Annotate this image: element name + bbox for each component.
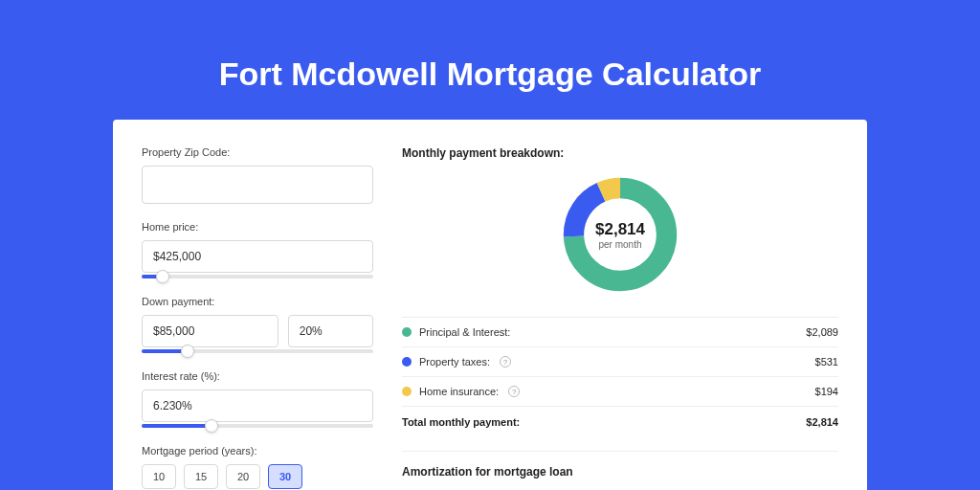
calculator-card: Property Zip Code: Home price: Down paym… <box>113 120 867 490</box>
period-group: Mortgage period (years): 10 15 20 30 <box>142 445 373 489</box>
rate-input[interactable] <box>142 390 373 422</box>
legend-amount: $2,089 <box>806 326 838 338</box>
info-icon[interactable]: ? <box>500 356 511 368</box>
donut-center: $2,814 per month <box>595 220 645 250</box>
dot-icon <box>402 357 412 367</box>
rate-slider-thumb[interactable] <box>205 419 218 433</box>
legend-label: Principal & Interest: <box>419 326 510 338</box>
zip-label: Property Zip Code: <box>142 146 373 158</box>
amortization-title: Amortization for mortgage loan <box>402 465 838 479</box>
rate-slider[interactable] <box>142 424 373 428</box>
donut-chart-wrap: $2,814 per month <box>402 173 838 296</box>
breakdown-title: Monthly payment breakdown: <box>402 146 838 160</box>
legend-principal-interest: Principal & Interest: $2,089 <box>402 317 838 346</box>
period-btn-30[interactable]: 30 <box>268 464 302 489</box>
legend-property-taxes: Property taxes: ? $531 <box>402 346 838 376</box>
form-panel: Property Zip Code: Home price: Down paym… <box>142 146 373 490</box>
rate-label: Interest rate (%): <box>142 370 373 382</box>
down-group: Down payment: <box>142 296 373 353</box>
dot-icon <box>402 387 412 396</box>
amortization-block: Amortization for mortgage loan Amortizat… <box>402 451 838 490</box>
period-label: Mortgage period (years): <box>142 445 373 457</box>
period-btn-15[interactable]: 15 <box>184 464 218 489</box>
down-label: Down payment: <box>142 296 373 307</box>
legend-amount: $531 <box>815 356 838 368</box>
info-icon[interactable]: ? <box>508 386 520 397</box>
down-slider[interactable] <box>142 349 373 353</box>
rate-group: Interest rate (%): <box>142 370 373 428</box>
down-amount-input[interactable] <box>142 315 278 347</box>
down-slider-thumb[interactable] <box>181 345 194 358</box>
price-label: Home price: <box>142 221 373 233</box>
price-slider[interactable] <box>142 275 373 278</box>
period-options: 10 15 20 30 <box>142 464 373 489</box>
price-input[interactable] <box>142 240 373 273</box>
donut-sub: per month <box>595 239 645 250</box>
down-pct-input[interactable] <box>288 315 373 347</box>
price-group: Home price: <box>142 221 373 278</box>
zip-group: Property Zip Code: <box>142 146 373 204</box>
legend-label: Home insurance: <box>419 386 499 397</box>
donut-amount: $2,814 <box>595 220 645 239</box>
page-title: Fort Mcdowell Mortgage Calculator <box>0 56 980 93</box>
period-btn-10[interactable]: 10 <box>142 464 176 489</box>
legend-label: Property taxes: <box>419 356 490 368</box>
donut-chart: $2,814 per month <box>559 173 681 296</box>
legend-amount: $194 <box>815 386 838 397</box>
legend-home-insurance: Home insurance: ? $194 <box>402 376 838 406</box>
dot-icon <box>402 327 412 337</box>
total-row: Total monthly payment: $2,814 <box>402 406 838 437</box>
total-label: Total monthly payment: <box>402 416 520 428</box>
total-amount: $2,814 <box>806 416 838 428</box>
hero: Fort Mcdowell Mortgage Calculator <box>0 0 980 93</box>
rate-slider-fill <box>142 424 212 428</box>
breakdown-panel: Monthly payment breakdown: $2,814 per mo… <box>402 146 838 490</box>
zip-input[interactable] <box>142 166 373 204</box>
price-slider-thumb[interactable] <box>156 270 169 283</box>
period-btn-20[interactable]: 20 <box>226 464 260 489</box>
